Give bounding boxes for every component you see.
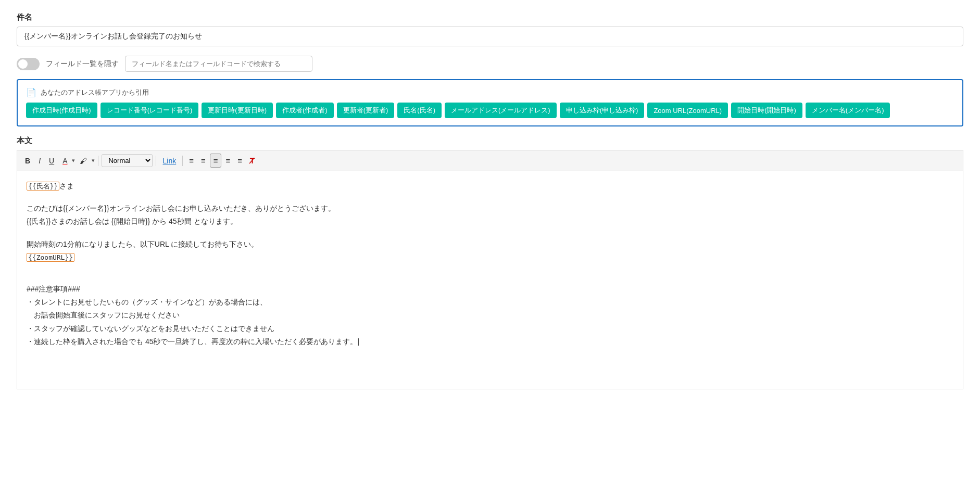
editor-line: {{ZoomURL}} [27,251,953,264]
address-book-icon: 📄 [26,87,36,97]
clear-format-button[interactable]: T̸ [246,155,258,167]
italic-button[interactable]: I [35,155,44,167]
editor-toolbar: B I U A ▾ 🖌 ▾ Normal Heading 1 Heading 2… [17,150,963,171]
editor-line: ・連続した枠を購入された場合でも 45秒で一旦終了し、再度次の枠に入場いただく必… [27,335,953,348]
align-right-button[interactable]: ≡ [234,154,245,167]
font-color-button[interactable]: A [59,155,71,167]
field-tag[interactable]: 更新者(更新者) [337,103,395,118]
editor-line: ###注意事項### [27,283,953,296]
field-list-toggle[interactable] [17,58,40,70]
field-tag[interactable]: 作成者(作成者) [276,103,334,118]
editor-blank-line [27,193,953,202]
editor-area[interactable]: {{氏名}}さまこのたびは{{メンバー名}}オンラインお話し会にお申し込みいただ… [17,171,963,389]
placeholder-tag: {{ZoomURL}} [27,253,74,262]
toggle-row: フィールド一覧を隠す [17,56,963,72]
body-section: 本文 B I U A ▾ 🖌 ▾ Normal Heading 1 Headin… [17,136,963,389]
list-ul-button[interactable]: ≡ [186,154,197,167]
subject-label: 件名 [17,12,963,22]
editor-blank-line [27,229,953,238]
field-panel-header: 📄 あなたのアドレス帳アプリから引用 [26,87,954,97]
field-tags-container: 作成日時(作成日時)レコード番号(レコード番号)更新日時(更新日時)作成者(作成… [26,103,954,118]
body-label: 本文 [17,136,963,146]
editor-line: ・タレントにお見せしたいもの（グッズ・サインなど）がある場合には、 [27,296,953,309]
field-tag[interactable]: メンバー名(メンバー名) [806,103,890,118]
subject-input[interactable] [17,27,963,46]
field-tag[interactable]: メールアドレス(メールアドレス) [445,103,557,118]
toolbar-sep-3 [182,156,183,166]
field-tag[interactable]: 氏名(氏名) [397,103,442,118]
editor-line: 開始時刻の1分前になりましたら、以下URL に接続してお待ち下さい。 [27,238,953,251]
editor-line: このたびは{{メンバー名}}オンラインお話し会にお申し込みいただき、ありがとうご… [27,202,953,215]
list-ol-button[interactable]: ≡ [198,154,209,167]
link-button[interactable]: Link [159,155,179,167]
editor-line: ・スタッフが確認していないグッズなどをお見せいただくことはできません [27,322,953,335]
font-color-dropdown-arrow[interactable]: ▾ [72,157,75,164]
placeholder-tag: {{氏名}} [27,182,59,191]
editor-line: {{氏名}}さま [27,180,953,193]
format-dropdown[interactable]: Normal Heading 1 Heading 2 Heading 3 [102,154,153,167]
underline-button[interactable]: U [45,155,58,167]
field-tag[interactable]: 申し込み枠(申し込み枠) [560,103,645,118]
field-tag[interactable]: レコード番号(レコード番号) [100,103,199,118]
field-tag[interactable]: Zoom URL(ZoomURL) [647,103,728,118]
editor-line: お話会開始直後にスタッフにお見せください [27,309,953,322]
toolbar-sep-2 [156,156,156,166]
field-panel: 📄 あなたのアドレス帳アプリから引用 作成日時(作成日時)レコード番号(レコード… [17,79,963,126]
editor-line: {{氏名}}さまのお話し会は {{開始日時}} から 45秒間 となります。 [27,215,953,228]
highlight-button[interactable]: 🖌 [76,155,91,167]
field-tag[interactable]: 作成日時(作成日時) [26,103,97,118]
toggle-label: フィールド一覧を隠す [46,59,119,69]
field-search-input[interactable] [125,56,312,72]
field-panel-header-text: あなたのアドレス帳アプリから引用 [41,88,149,97]
toggle-slider [17,58,40,70]
align-center-button[interactable]: ≡ [210,154,222,168]
toolbar-sep-1 [98,156,98,166]
field-tag[interactable]: 更新日時(更新日時) [202,103,273,118]
editor-blank-line [27,264,953,273]
bold-button[interactable]: B [21,155,34,167]
highlight-dropdown-arrow[interactable]: ▾ [92,157,95,164]
field-tag[interactable]: 開始日時(開始日時) [731,103,802,118]
align-left-button[interactable]: ≡ [222,154,233,167]
editor-blank-line [27,273,953,283]
